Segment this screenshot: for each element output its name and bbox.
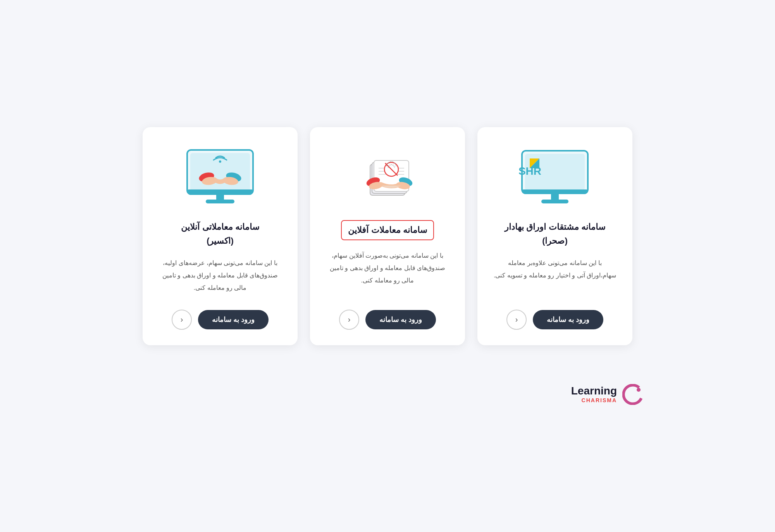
svg-rect-31 <box>187 189 253 195</box>
logo-charisma-text: CHARISMA <box>582 397 617 403</box>
card-sahara: SHR سامانه مشتقات اوراق بهادار(صحرا) با … <box>477 127 632 345</box>
card-offline-title: سامانه معاملات آفلاین <box>341 220 434 240</box>
sahara-back-button[interactable]: ‹ <box>506 310 527 330</box>
svg-point-24 <box>219 160 221 163</box>
logo-c-icon <box>622 384 643 405</box>
svg-rect-7 <box>541 200 568 203</box>
card-offline-actions: ورود به سامانه ‹ <box>339 310 436 330</box>
svg-point-33 <box>623 385 642 404</box>
card-elixir-actions: ورود به سامانه ‹ <box>172 310 269 330</box>
svg-rect-6 <box>551 193 559 200</box>
card-offline: سامانه معاملات آفلاین با این سامانه می‌ت… <box>310 127 465 345</box>
elixir-back-button[interactable]: ‹ <box>172 310 192 330</box>
card-sahara-image: SHR <box>516 146 594 208</box>
card-sahara-actions: ورود به سامانه ‹ <box>506 310 603 330</box>
svg-point-34 <box>637 388 641 392</box>
elixir-enter-button[interactable]: ورود به سامانه <box>198 310 269 329</box>
card-offline-image <box>349 146 426 208</box>
sahara-monitor-icon: SHR <box>518 147 592 207</box>
offline-handshake-icon <box>351 147 424 207</box>
logo-text: Learning CHARISMA <box>571 385 617 403</box>
card-elixir-title: سامانه معاملاتی آنلاین(اکسیر) <box>181 220 259 247</box>
elixir-monitor-icon <box>183 147 257 207</box>
sahara-enter-button[interactable]: ورود به سامانه <box>533 310 603 329</box>
card-sahara-description: با این سامانه می‌تونی علاوه‌بر معامله سه… <box>493 257 617 294</box>
svg-rect-30 <box>206 200 234 203</box>
offline-back-button[interactable]: ‹ <box>339 310 359 330</box>
card-elixir-image <box>181 146 259 208</box>
svg-rect-29 <box>216 194 224 200</box>
footer: Learning CHARISMA <box>116 376 659 413</box>
card-sahara-title: سامانه مشتقات اوراق بهادار(صحرا) <box>505 220 605 247</box>
svg-rect-23 <box>190 153 250 191</box>
svg-text:SHR: SHR <box>518 165 541 177</box>
svg-rect-8 <box>522 189 588 194</box>
card-elixir-description: با این سامانه می‌تونی سهام، عرضه‌های اول… <box>158 257 282 294</box>
cards-container: SHR سامانه مشتقات اوراق بهادار(صحرا) با … <box>116 127 659 345</box>
card-offline-description: با این سامانه می‌تونی به‌صورت آفلاین سها… <box>326 250 450 294</box>
offline-enter-button[interactable]: ورود به سامانه <box>365 310 436 329</box>
card-elixir: سامانه معاملاتی آنلاین(اکسیر) با این سام… <box>143 127 298 345</box>
logo-learning-text: Learning <box>571 385 617 397</box>
